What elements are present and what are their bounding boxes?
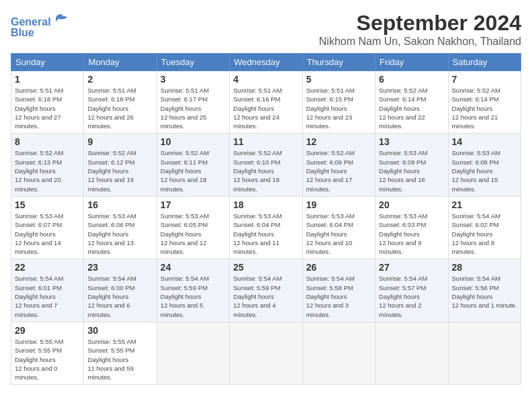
calendar-cell: 9Sunrise: 5:52 AMSunset: 6:12 PMDaylight… (84, 134, 157, 196)
calendar-cell (302, 322, 375, 384)
calendar-cell: 16Sunrise: 5:53 AMSunset: 6:06 PMDayligh… (84, 196, 157, 259)
day-info: Sunrise: 5:51 AMSunset: 6:15 PMDaylight … (306, 86, 371, 130)
calendar-cell (448, 322, 521, 384)
day-info: Sunrise: 5:54 AMSunset: 6:02 PMDaylight … (452, 212, 517, 256)
day-number: 24 (161, 262, 226, 273)
calendar-cell: 7Sunrise: 5:52 AMSunset: 6:14 PMDaylight… (448, 71, 521, 134)
calendar-cell (375, 322, 448, 384)
calendar-cell: 11Sunrise: 5:52 AMSunset: 6:10 PMDayligh… (230, 134, 302, 196)
weekday-header-thursday: Thursday (302, 54, 375, 71)
day-number: 12 (306, 136, 371, 147)
calendar-cell: 25Sunrise: 5:54 AMSunset: 5:59 PMDayligh… (230, 259, 302, 322)
calendar-cell: 5Sunrise: 5:51 AMSunset: 6:15 PMDaylight… (302, 71, 375, 134)
logo: General Blue (11, 11, 71, 44)
weekday-header-saturday: Saturday (448, 54, 521, 71)
day-number: 5 (306, 74, 371, 85)
calendar-cell: 6Sunrise: 5:52 AMSunset: 6:14 PMDaylight… (375, 71, 448, 134)
day-info: Sunrise: 5:54 AMSunset: 5:59 PMDaylight … (161, 274, 226, 318)
day-number: 2 (87, 74, 152, 85)
day-info: Sunrise: 5:54 AMSunset: 5:59 PMDaylight … (233, 274, 298, 318)
weekday-header-monday: Monday (84, 54, 157, 71)
calendar-week-1: 1Sunrise: 5:51 AMSunset: 6:18 PMDaylight… (11, 71, 521, 134)
day-number: 13 (379, 136, 444, 147)
day-number: 26 (306, 262, 371, 273)
day-number: 1 (15, 74, 80, 85)
calendar-cell: 12Sunrise: 5:52 AMSunset: 6:09 PMDayligh… (302, 134, 375, 196)
day-info: Sunrise: 5:53 AMSunset: 6:04 PMDaylight … (233, 212, 298, 256)
calendar-week-3: 15Sunrise: 5:53 AMSunset: 6:07 PMDayligh… (11, 196, 521, 259)
day-info: Sunrise: 5:51 AMSunset: 6:18 PMDaylight … (15, 86, 80, 130)
day-info: Sunrise: 5:53 AMSunset: 6:09 PMDaylight … (379, 148, 444, 193)
day-number: 29 (15, 325, 80, 336)
month-title: September 2024 (319, 11, 521, 36)
calendar-cell: 24Sunrise: 5:54 AMSunset: 5:59 PMDayligh… (157, 259, 229, 322)
weekday-header-wednesday: Wednesday (230, 54, 302, 71)
day-info: Sunrise: 5:53 AMSunset: 6:04 PMDaylight … (306, 212, 371, 256)
day-info: Sunrise: 5:53 AMSunset: 6:08 PMDaylight … (452, 148, 517, 193)
calendar-week-5: 29Sunrise: 5:55 AMSunset: 5:55 PMDayligh… (11, 322, 521, 384)
calendar-cell: 26Sunrise: 5:54 AMSunset: 5:58 PMDayligh… (302, 259, 375, 322)
calendar-week-4: 22Sunrise: 5:54 AMSunset: 6:01 PMDayligh… (11, 259, 521, 322)
calendar-cell: 13Sunrise: 5:53 AMSunset: 6:09 PMDayligh… (375, 134, 448, 196)
calendar-cell (230, 322, 302, 384)
calendar-cell: 14Sunrise: 5:53 AMSunset: 6:08 PMDayligh… (448, 134, 521, 196)
calendar-cell: 19Sunrise: 5:53 AMSunset: 6:04 PMDayligh… (302, 196, 375, 259)
day-number: 15 (15, 199, 80, 210)
day-info: Sunrise: 5:51 AMSunset: 6:18 PMDaylight … (87, 86, 152, 130)
day-info: Sunrise: 5:54 AMSunset: 5:58 PMDaylight … (306, 274, 371, 318)
day-number: 28 (452, 262, 517, 273)
day-info: Sunrise: 5:54 AMSunset: 6:01 PMDaylight … (15, 274, 80, 318)
day-info: Sunrise: 5:51 AMSunset: 6:17 PMDaylight … (161, 86, 226, 130)
calendar-cell: 28Sunrise: 5:54 AMSunset: 5:56 PMDayligh… (448, 259, 521, 322)
day-number: 10 (161, 136, 226, 147)
day-info: Sunrise: 5:54 AMSunset: 5:57 PMDaylight … (379, 274, 444, 318)
day-number: 4 (233, 74, 298, 85)
calendar-cell (157, 322, 229, 384)
calendar-cell: 10Sunrise: 5:52 AMSunset: 6:11 PMDayligh… (157, 134, 229, 196)
day-number: 27 (379, 262, 444, 273)
calendar-cell: 2Sunrise: 5:51 AMSunset: 6:18 PMDaylight… (84, 71, 157, 134)
calendar-cell: 4Sunrise: 5:51 AMSunset: 6:16 PMDaylight… (230, 71, 302, 134)
day-info: Sunrise: 5:54 AMSunset: 5:56 PMDaylight … (452, 274, 517, 310)
calendar-cell: 21Sunrise: 5:54 AMSunset: 6:02 PMDayligh… (448, 196, 521, 259)
weekday-header-tuesday: Tuesday (157, 54, 229, 71)
day-number: 20 (379, 199, 444, 210)
day-info: Sunrise: 5:52 AMSunset: 6:14 PMDaylight … (452, 86, 517, 130)
calendar-cell: 27Sunrise: 5:54 AMSunset: 5:57 PMDayligh… (375, 259, 448, 322)
svg-text:Blue: Blue (11, 27, 34, 38)
calendar-table: SundayMondayTuesdayWednesdayThursdayFrid… (11, 53, 521, 385)
svg-text:General: General (11, 16, 51, 28)
day-number: 25 (233, 262, 298, 273)
calendar-week-2: 8Sunrise: 5:52 AMSunset: 6:13 PMDaylight… (11, 134, 521, 196)
day-info: Sunrise: 5:52 AMSunset: 6:12 PMDaylight … (87, 148, 152, 193)
day-number: 9 (87, 136, 152, 147)
day-info: Sunrise: 5:53 AMSunset: 6:07 PMDaylight … (15, 212, 80, 256)
calendar-cell: 29Sunrise: 5:55 AMSunset: 5:55 PMDayligh… (11, 322, 84, 384)
calendar-cell: 8Sunrise: 5:52 AMSunset: 6:13 PMDaylight… (11, 134, 84, 196)
day-number: 16 (87, 199, 152, 210)
logo-svg: General Blue (11, 11, 71, 44)
day-number: 30 (87, 325, 152, 336)
calendar-cell: 20Sunrise: 5:53 AMSunset: 6:03 PMDayligh… (375, 196, 448, 259)
page-header: General Blue September 2024 Nikhom Nam U… (11, 11, 521, 48)
day-info: Sunrise: 5:53 AMSunset: 6:03 PMDaylight … (379, 212, 444, 256)
day-info: Sunrise: 5:52 AMSunset: 6:10 PMDaylight … (233, 148, 298, 193)
day-info: Sunrise: 5:51 AMSunset: 6:16 PMDaylight … (233, 86, 298, 130)
calendar-cell: 15Sunrise: 5:53 AMSunset: 6:07 PMDayligh… (11, 196, 84, 259)
day-number: 17 (161, 199, 226, 210)
day-number: 18 (233, 199, 298, 210)
weekday-header-row: SundayMondayTuesdayWednesdayThursdayFrid… (11, 54, 521, 71)
calendar-cell: 17Sunrise: 5:53 AMSunset: 6:05 PMDayligh… (157, 196, 229, 259)
day-number: 8 (15, 136, 80, 147)
weekday-header-sunday: Sunday (11, 54, 84, 71)
day-info: Sunrise: 5:53 AMSunset: 6:06 PMDaylight … (87, 212, 152, 256)
day-info: Sunrise: 5:52 AMSunset: 6:13 PMDaylight … (15, 148, 80, 193)
location-subtitle: Nikhom Nam Un, Sakon Nakhon, Thailand (319, 36, 521, 48)
day-number: 11 (233, 136, 298, 147)
day-number: 21 (452, 199, 517, 210)
day-info: Sunrise: 5:54 AMSunset: 6:00 PMDaylight … (87, 274, 152, 318)
calendar-cell: 30Sunrise: 5:55 AMSunset: 5:55 PMDayligh… (84, 322, 157, 384)
calendar-cell: 23Sunrise: 5:54 AMSunset: 6:00 PMDayligh… (84, 259, 157, 322)
day-info: Sunrise: 5:55 AMSunset: 5:55 PMDaylight … (15, 337, 80, 381)
title-area: September 2024 Nikhom Nam Un, Sakon Nakh… (319, 11, 521, 48)
